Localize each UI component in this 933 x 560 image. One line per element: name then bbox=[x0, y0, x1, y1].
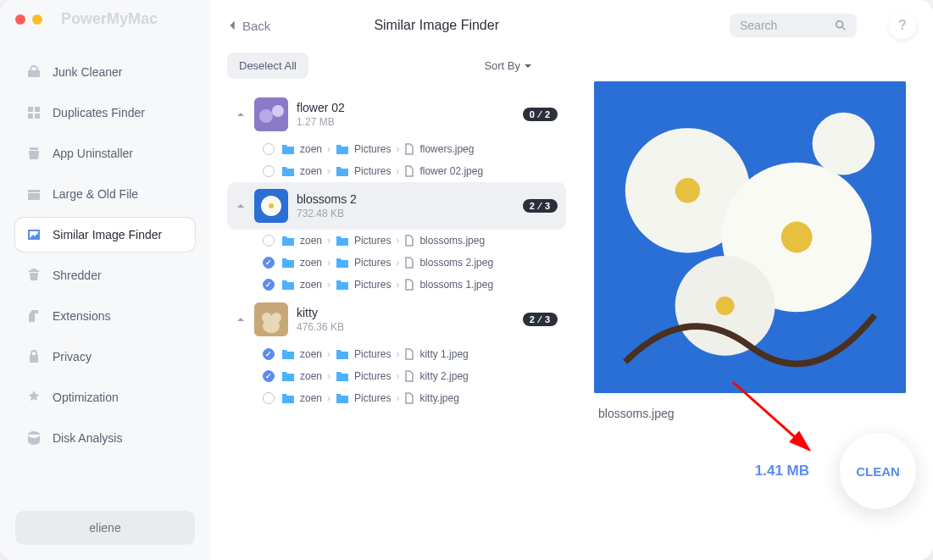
sidebar-item-junk-cleaner[interactable]: Junk Cleaner bbox=[15, 55, 195, 89]
sort-by-dropdown[interactable]: Sort By bbox=[484, 59, 532, 72]
file-path: zoen›Pictures›kitty.jpeg bbox=[281, 392, 459, 404]
file-checkbox[interactable] bbox=[263, 348, 275, 360]
chevron-down-icon bbox=[236, 314, 246, 324]
group-thumbnail bbox=[254, 97, 288, 131]
sidebar-item-duplicates-finder[interactable]: Duplicates Finder bbox=[15, 96, 195, 130]
folder-icon bbox=[281, 370, 295, 382]
file-row[interactable]: zoen›Pictures›kitty 1.jpeg bbox=[227, 343, 566, 365]
nav-label: Shredder bbox=[53, 269, 102, 282]
folder-icon bbox=[281, 143, 295, 155]
folder-icon bbox=[281, 392, 295, 404]
file-row[interactable]: zoen›Pictures›kitty 2.jpeg bbox=[227, 365, 566, 387]
nav-label: Privacy bbox=[53, 350, 92, 363]
group-header[interactable]: flower 021.27 MB0 ⁄ 2 bbox=[227, 91, 566, 138]
file-icon bbox=[404, 235, 414, 247]
file-row[interactable]: zoen›Pictures›kitty.jpeg bbox=[227, 387, 566, 409]
sidebar-item-app-uninstaller[interactable]: App Uninstaller bbox=[15, 136, 195, 170]
window-close-button[interactable] bbox=[15, 14, 25, 25]
file-row[interactable]: zoen›Pictures›blossoms 2.jpeg bbox=[227, 252, 566, 274]
nav-icon bbox=[25, 226, 42, 243]
svg-point-9 bbox=[263, 319, 280, 333]
sidebar-item-disk-analysis[interactable]: Disk Analysis bbox=[15, 421, 195, 455]
group-size: 732.48 KB bbox=[297, 208, 514, 219]
file-row[interactable]: zoen›Pictures›blossoms.jpeg bbox=[227, 230, 566, 252]
nav-icon bbox=[25, 430, 42, 446]
svg-point-16 bbox=[715, 297, 734, 315]
nav-icon bbox=[25, 389, 42, 406]
nav-icon bbox=[25, 64, 42, 80]
file-icon bbox=[404, 257, 414, 269]
sidebar-item-shredder[interactable]: Shredder bbox=[15, 258, 195, 292]
nav-label: Similar Image Finder bbox=[53, 228, 162, 241]
nav-label: Disk Analysis bbox=[53, 431, 122, 445]
folder-icon bbox=[336, 370, 349, 382]
sidebar-item-optimization[interactable]: Optimization bbox=[15, 380, 195, 414]
folder-icon bbox=[336, 235, 349, 247]
group-thumbnail bbox=[254, 302, 288, 336]
file-checkbox[interactable] bbox=[263, 279, 275, 291]
file-icon bbox=[404, 370, 414, 382]
sidebar-item-large-old-file[interactable]: Large & Old File bbox=[15, 177, 195, 211]
file-row[interactable]: zoen›Pictures›blossoms 1.jpeg bbox=[227, 274, 566, 296]
nav-icon bbox=[25, 145, 42, 162]
group-size: 476.36 KB bbox=[297, 321, 514, 333]
nav-label: Optimization bbox=[53, 391, 119, 404]
file-checkbox[interactable] bbox=[263, 257, 275, 269]
sidebar-item-privacy[interactable]: Privacy bbox=[15, 340, 195, 374]
user-chip[interactable]: eliene bbox=[15, 511, 195, 545]
file-checkbox[interactable] bbox=[263, 143, 275, 155]
file-checkbox[interactable] bbox=[263, 165, 275, 177]
file-path: zoen›Pictures›flower 02.jpeg bbox=[281, 165, 483, 177]
window-minimize-button[interactable] bbox=[32, 14, 42, 25]
nav-icon bbox=[25, 186, 42, 202]
nav-icon bbox=[25, 348, 42, 365]
sort-by-label: Sort By bbox=[484, 59, 520, 72]
search-input[interactable]: Search bbox=[730, 14, 857, 37]
nav-label: Duplicates Finder bbox=[53, 106, 145, 119]
group-badge: 2 ⁄ 3 bbox=[523, 313, 558, 326]
search-icon bbox=[835, 19, 847, 31]
file-path: zoen›Pictures›blossoms 1.jpeg bbox=[281, 279, 493, 291]
svg-point-14 bbox=[780, 222, 812, 253]
group-name: flower 02 bbox=[297, 101, 514, 114]
nav-label: Extensions bbox=[53, 309, 110, 323]
group-header[interactable]: kitty476.36 KB2 ⁄ 3 bbox=[227, 296, 566, 343]
file-checkbox[interactable] bbox=[263, 235, 275, 247]
svg-point-5 bbox=[269, 203, 274, 208]
folder-icon bbox=[336, 143, 349, 155]
file-icon bbox=[404, 143, 414, 155]
total-size-label: 1.41 MB bbox=[755, 463, 809, 480]
folder-icon bbox=[336, 348, 349, 360]
svg-point-17 bbox=[812, 113, 875, 175]
file-row[interactable]: zoen›Pictures›flower 02.jpeg bbox=[227, 160, 566, 182]
file-path: zoen›Pictures›kitty 1.jpeg bbox=[281, 348, 469, 360]
svg-point-12 bbox=[675, 178, 699, 202]
folder-icon bbox=[336, 165, 349, 177]
file-path: zoen›Pictures›flowers.jpeg bbox=[281, 143, 474, 155]
file-checkbox[interactable] bbox=[263, 392, 275, 404]
file-checkbox[interactable] bbox=[263, 370, 275, 382]
brand-label: PowerMyMac bbox=[61, 10, 158, 28]
sidebar-item-extensions[interactable]: Extensions bbox=[15, 299, 195, 333]
sidebar-item-similar-image-finder[interactable]: Similar Image Finder bbox=[15, 218, 195, 252]
folder-icon bbox=[281, 279, 295, 291]
file-path: zoen›Pictures›blossoms.jpeg bbox=[281, 235, 485, 247]
file-icon bbox=[404, 348, 414, 360]
file-icon bbox=[404, 392, 414, 404]
folder-icon bbox=[281, 165, 295, 177]
folder-icon bbox=[336, 279, 349, 291]
file-row[interactable]: zoen›Pictures›flowers.jpeg bbox=[227, 138, 566, 160]
folder-icon bbox=[336, 257, 349, 269]
nav-label: App Uninstaller bbox=[53, 147, 133, 160]
preview-filename: blossoms.jpeg bbox=[598, 407, 675, 420]
group-header[interactable]: blossoms 2732.48 KB2 ⁄ 3 bbox=[227, 182, 566, 230]
group-thumbnail bbox=[254, 189, 288, 223]
clean-button[interactable]: CLEAN bbox=[840, 433, 916, 509]
svg-point-2 bbox=[272, 105, 284, 117]
deselect-all-button[interactable]: Deselect All bbox=[227, 53, 308, 79]
nav-icon bbox=[25, 267, 42, 284]
group-name: kitty bbox=[297, 306, 514, 319]
help-button[interactable]: ? bbox=[889, 12, 916, 39]
svg-point-1 bbox=[259, 109, 273, 123]
folder-icon bbox=[281, 348, 295, 360]
